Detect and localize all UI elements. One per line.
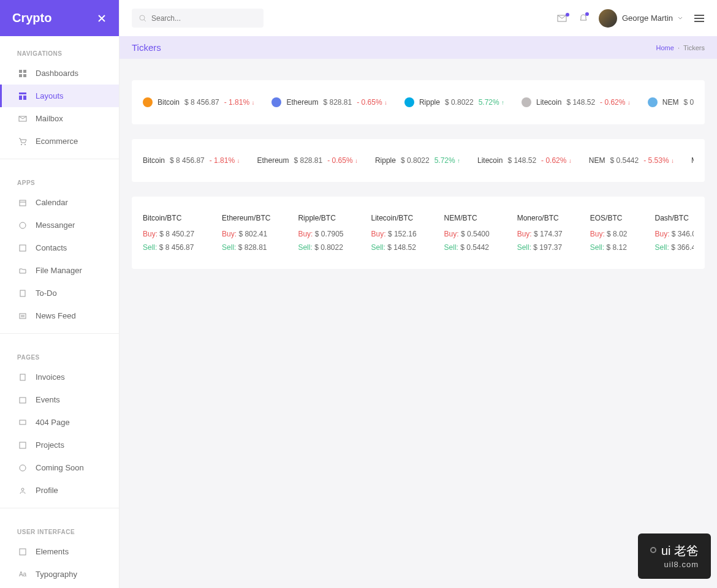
nav-file-manager[interactable]: File Manager [0, 259, 119, 282]
pair-item[interactable]: NEM/BTC Buy: $ 0.5400 Sell: $ 0.5442 [444, 214, 490, 252]
svg-point-8 [21, 144, 22, 145]
pair-item[interactable]: EOS/BTC Buy: $ 8.02 Sell: $ 8.12 [590, 214, 628, 252]
nav-label: Contacts [36, 243, 67, 252]
nav-profile[interactable]: Profile [0, 479, 119, 502]
pair-item[interactable]: Bitcoin/BTC Buy: $ 8 450.27 Sell: $ 8 45… [143, 214, 194, 252]
coin-name: Ripple [419, 98, 440, 107]
nav-heading-navigations: NAVIGATIONS [0, 45, 119, 62]
chevron-down-icon [678, 17, 683, 20]
ticker-item[interactable]: Bitcoin $ 8 456.87 - 1.81% ↓ [143, 156, 240, 165]
svg-rect-5 [19, 96, 22, 100]
ticker-item[interactable]: NEM $ 0.5442 - 5.53% ↓ [648, 97, 694, 107]
svg-rect-10 [20, 200, 26, 206]
coin-name: Litecoin [536, 98, 561, 107]
chat-icon [17, 221, 28, 230]
nav-label: 404 Page [36, 418, 70, 427]
svg-rect-4 [19, 92, 26, 94]
nav-elements[interactable]: Elements [0, 540, 119, 563]
nav-todo[interactable]: To-Do [0, 282, 119, 304]
pair-item[interactable]: Ethereum/BTC Buy: $ 802.41 Sell: $ 828.8… [222, 214, 270, 252]
pair-item[interactable]: Dash/BTC Buy: $ 346.02 Sell: $ 366.42 [654, 214, 694, 252]
coin-name: Ripple [375, 156, 396, 165]
sell-label: Sell: [298, 243, 312, 252]
nav-events[interactable]: Events [0, 388, 119, 411]
calendar-icon [17, 198, 28, 207]
ticker-item[interactable]: NEM $ 0.5442 - 5.53% ↓ [589, 156, 674, 165]
contacts-icon [17, 244, 28, 252]
ticker-item[interactable]: Monero $ 197.37 2.02% ↑ [691, 156, 694, 165]
nav-label: Invoices [36, 372, 65, 382]
svg-rect-16 [20, 398, 26, 403]
nav-404[interactable]: 404 Page [0, 411, 119, 434]
clipboard-icon [17, 289, 28, 298]
pair-name: Monero/BTC [517, 214, 563, 222]
coin-price: $ 0.5442 [683, 98, 694, 107]
search-input[interactable] [151, 14, 256, 23]
nav-coming-soon[interactable]: Coming Soon [0, 456, 119, 479]
notifications-icon[interactable] [579, 13, 588, 23]
buy-label: Buy: [143, 230, 157, 238]
buy-value: $ 174.37 [534, 230, 563, 238]
svg-rect-14 [20, 314, 26, 318]
breadcrumb-home[interactable]: Home [656, 44, 674, 51]
nav-icons[interactable]: Icons [0, 586, 119, 588]
buy-label: Buy: [222, 230, 237, 238]
pair-item[interactable]: Monero/BTC Buy: $ 174.37 Sell: $ 197.37 [517, 214, 563, 252]
nav-invoices[interactable]: Invoices [0, 366, 119, 388]
nav-ecommerce[interactable]: Ecommerce [0, 130, 119, 153]
nav-label: News Feed [36, 311, 76, 320]
search-box[interactable] [132, 9, 264, 28]
coin-price: $ 0.8022 [401, 156, 430, 165]
pair-item[interactable]: Litecoin/BTC Buy: $ 152.16 Sell: $ 148.5… [371, 214, 417, 252]
nav-typography[interactable]: AaTypography [0, 563, 119, 586]
svg-rect-12 [20, 245, 26, 251]
nav-calendar[interactable]: Calendar [0, 191, 119, 214]
coin-name: Litecoin [477, 156, 503, 165]
user-menu[interactable]: George Martin [599, 9, 683, 28]
ticker-item[interactable]: Ripple $ 0.8022 5.72% ↑ [404, 97, 504, 107]
elements-icon [17, 548, 28, 556]
buy-value: $ 346.02 [672, 230, 694, 238]
sell-label: Sell: [590, 243, 604, 252]
coin-price: $ 0.5442 [610, 156, 639, 165]
ticker-item[interactable]: Ripple $ 0.8022 5.72% ↑ [375, 156, 460, 165]
pair-item[interactable]: Ripple/BTC Buy: $ 0.7905 Sell: $ 0.8022 [298, 214, 343, 252]
nav-news-feed[interactable]: News Feed [0, 304, 119, 327]
user-icon [17, 486, 28, 495]
ticker-item[interactable]: Litecoin $ 148.52 - 0.62% ↓ [477, 156, 572, 165]
sell-label: Sell: [654, 243, 669, 252]
coin-icon [404, 97, 414, 107]
nav-heading-ui: USER INTERFACE [0, 524, 119, 540]
nav-layouts[interactable]: Layouts [0, 85, 119, 107]
app-logo[interactable]: Crypto [12, 11, 51, 25]
ticker-item[interactable]: Ethereum $ 828.81 - 0.65% ↓ [271, 97, 387, 107]
sell-value: $ 366.42 [671, 243, 694, 252]
breadcrumb-current: Tickers [683, 44, 705, 51]
close-icon[interactable] [97, 13, 107, 23]
nav-label: Mailbox [36, 114, 63, 123]
svg-rect-1 [23, 70, 26, 73]
coin-change: - 0.65% ↓ [327, 156, 358, 165]
sell-value: $ 0.8022 [314, 243, 343, 252]
coin-name: Bitcoin [157, 98, 180, 107]
svg-point-26 [140, 15, 145, 20]
nav-heading-apps: APPS [0, 175, 119, 191]
sell-value: $ 828.81 [238, 243, 267, 252]
nav-dashboards[interactable]: Dashboards [0, 62, 119, 85]
svg-point-9 [25, 144, 26, 145]
menu-icon[interactable] [694, 14, 705, 23]
ticker-item[interactable]: Bitcoin $ 8 456.87 - 1.81% ↓ [143, 97, 254, 107]
nav-contacts[interactable]: Contacts [0, 236, 119, 259]
coin-price: $ 0.8022 [445, 98, 474, 107]
nav-projects[interactable]: Projects [0, 434, 119, 456]
buy-value: $ 0.5400 [461, 230, 490, 238]
coin-change: - 0.62% ↓ [541, 156, 572, 165]
ticker-item[interactable]: Ethereum $ 828.81 - 0.65% ↓ [257, 156, 357, 165]
nav-label: Coming Soon [36, 463, 84, 472]
nav-messanger[interactable]: Messanger [0, 214, 119, 236]
buy-value: $ 8 450.27 [159, 230, 194, 238]
breadcrumb: Home · Tickers [656, 44, 705, 51]
messages-icon[interactable] [557, 14, 568, 23]
nav-mailbox[interactable]: Mailbox [0, 107, 119, 130]
ticker-item[interactable]: Litecoin $ 148.52 - 0.62% ↓ [522, 97, 631, 107]
